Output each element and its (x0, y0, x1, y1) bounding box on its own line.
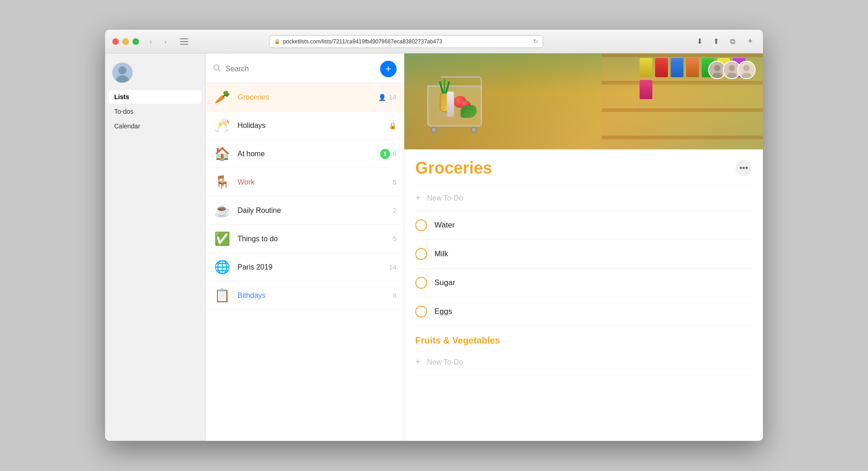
sidebar-item-calendar[interactable]: Calendar (109, 119, 201, 133)
svg-point-9 (714, 65, 720, 71)
add-todo-icon: + (415, 357, 421, 367)
add-list-button[interactable]: + (380, 61, 397, 77)
lettuce-graphic (460, 105, 476, 118)
todo-item: Sugar (415, 269, 752, 297)
detail-title-row: Groceries ••• (415, 149, 752, 185)
add-todo-icon: + (415, 193, 421, 203)
svg-line-7 (218, 69, 221, 72)
minimize-button[interactable] (122, 38, 129, 45)
list-item-meta: 5 (393, 235, 397, 243)
list-item-meta: 8 (393, 291, 397, 299)
browser-titlebar: ‹ › 🔒 pocketlists.com/lists/7211/ca9419f… (105, 30, 763, 53)
close-button[interactable] (112, 38, 119, 45)
list-item-icon: 🥂 (213, 118, 231, 133)
svg-point-12 (729, 65, 735, 71)
todo-text: Eggs (434, 307, 452, 316)
tabs-button[interactable]: ⧉ (726, 35, 739, 48)
item-count: 6 (393, 150, 397, 158)
list-item-name: Things to do (238, 235, 386, 243)
todo-checkbox[interactable] (415, 306, 427, 318)
address-bar[interactable]: 🔒 pocketlists.com/lists/7211/ca9419fb490… (269, 35, 543, 48)
nav-buttons: ‹ › (144, 37, 172, 47)
list-item-meta: 👤 14 (378, 93, 397, 101)
detail-title: Groceries (415, 159, 736, 178)
hero-avatars (708, 61, 756, 79)
list-search-header: + (206, 53, 404, 83)
list-item[interactable]: 🪑 Work 5 (206, 168, 404, 196)
new-todo-label: New To-Do (427, 358, 463, 366)
item-count: 14 (389, 263, 397, 271)
shelf-box (655, 58, 668, 77)
list-items: 🥕 Groceries 👤 14 🥂 Holidays 🔒 (206, 83, 404, 441)
sidebar-profile (105, 53, 205, 90)
ssl-lock-icon: 🔒 (274, 38, 281, 44)
detail-body: Groceries ••• + New To-Do Water Milk (404, 149, 763, 441)
traffic-lights (112, 38, 139, 45)
search-input[interactable] (226, 65, 376, 73)
new-todo-label: New To-Do (427, 194, 463, 202)
item-count: 5 (393, 235, 397, 243)
todo-checkbox[interactable] (415, 248, 427, 260)
todo-checkbox[interactable] (415, 277, 427, 289)
list-item-icon: ✅ (213, 231, 231, 246)
list-item-name: Work (238, 178, 386, 186)
sidebar: Lists To-dos Calendar (105, 53, 206, 441)
browser-window: ‹ › 🔒 pocketlists.com/lists/7211/ca9419f… (105, 30, 763, 441)
url-display: pocketlists.com/lists/7211/ca9419fb49078… (283, 38, 530, 45)
list-item-meta: 5 (393, 178, 397, 186)
download-button[interactable]: ⬇ (693, 35, 706, 48)
list-item-icon: 📋 (213, 288, 231, 303)
detail-panel: Groceries ••• + New To-Do Water Milk (404, 53, 763, 441)
list-item[interactable]: 🥂 Holidays 🔒 (206, 111, 404, 140)
avatar[interactable] (112, 63, 132, 83)
svg-point-15 (743, 65, 750, 71)
list-item-name: At home (238, 150, 374, 158)
sidebar-toggle-button[interactable] (177, 37, 191, 47)
todo-item: Water (415, 211, 752, 240)
search-icon (213, 64, 221, 74)
list-item-meta: 2 (393, 206, 397, 214)
list-item-name: Bithdays (238, 291, 386, 300)
list-item[interactable]: ✅ Things to do 5 (206, 225, 404, 253)
item-count: 2 (393, 206, 397, 214)
back-button[interactable]: ‹ (144, 37, 157, 47)
todo-text: Water (434, 221, 455, 230)
cart-wheel (471, 127, 477, 133)
list-item-icon: 🌐 (213, 259, 231, 275)
svg-rect-2 (180, 44, 188, 45)
lock-icon: 🔒 (389, 122, 397, 129)
collaborator-avatar (737, 61, 756, 79)
share-button[interactable]: ⬆ (710, 35, 723, 48)
list-item[interactable]: ☕ Daily Routine 2 (206, 196, 404, 225)
svg-rect-0 (180, 38, 188, 39)
shelf-box (671, 58, 683, 77)
notification-badge: 1 (380, 149, 390, 159)
list-item[interactable]: 🌐 Paris 2019 14 (206, 253, 404, 281)
new-tab-button[interactable]: + (745, 36, 756, 47)
reload-icon[interactable]: ↻ (533, 38, 538, 45)
svg-rect-1 (180, 41, 188, 42)
todo-checkbox[interactable] (415, 219, 427, 231)
maximize-button[interactable] (132, 38, 139, 45)
todo-text: Milk (434, 249, 448, 259)
list-item-icon: 🏠 (213, 146, 231, 161)
item-count: 8 (393, 291, 397, 299)
list-item-meta: 1 6 (380, 149, 397, 159)
list-item[interactable]: 📋 Bithdays 8 (206, 281, 404, 310)
list-item-name: Holidays (238, 122, 382, 130)
shared-icon: 👤 (378, 94, 386, 101)
list-item[interactable]: 🏠 At home 1 6 (206, 140, 404, 168)
new-todo-row[interactable]: + New To-Do (415, 185, 752, 211)
more-options-button[interactable]: ••• (736, 160, 752, 176)
shopping-cart-graphic (418, 67, 500, 136)
forward-button[interactable]: › (159, 37, 172, 47)
section-header: Fruits & Vegetables (415, 326, 752, 349)
item-count: 5 (393, 178, 397, 186)
new-todo-row-section[interactable]: + New To-Do (415, 349, 752, 375)
shelf-box (640, 80, 652, 99)
cart-frame (427, 85, 482, 127)
sidebar-item-lists[interactable]: Lists (109, 90, 201, 104)
todo-text: Sugar (434, 278, 455, 287)
sidebar-item-todos[interactable]: To-dos (109, 105, 201, 118)
list-item[interactable]: 🥕 Groceries 👤 14 (206, 83, 404, 111)
